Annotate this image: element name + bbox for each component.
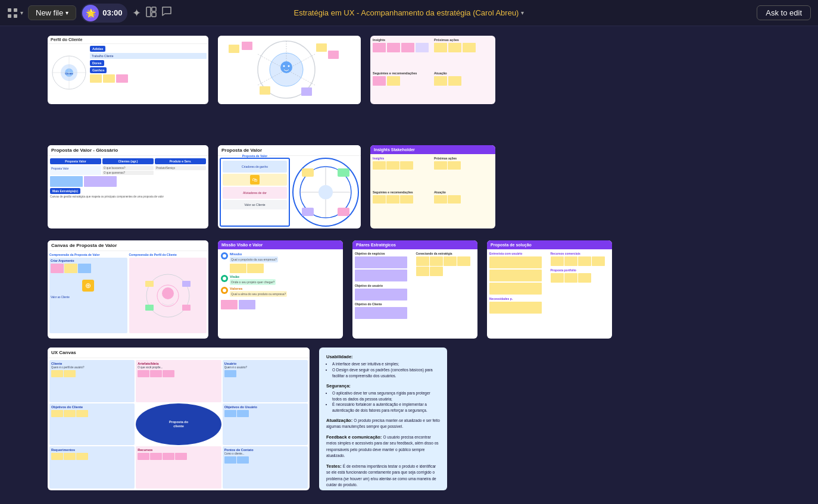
sticky bbox=[457, 256, 470, 266]
ux-label-pontos-contato: Pontos de Contato bbox=[224, 448, 306, 452]
glossario-content: Proposta Valor Clientes (agr.) Produto e… bbox=[48, 156, 208, 201]
pilares-conectando-stickies bbox=[416, 256, 476, 276]
pv-section-1: Criadores de ganho bbox=[223, 161, 287, 173]
svg-point-17 bbox=[288, 65, 290, 67]
sticky bbox=[51, 453, 63, 460]
stickies-insights-3 bbox=[373, 76, 432, 86]
sticky bbox=[430, 267, 443, 276]
stakeholder-label-proximas: Próximas ações bbox=[434, 156, 493, 160]
pilares-right: Conectando da estratégia bbox=[416, 252, 476, 332]
frame-title-insights-stakeholder: Insights Stakeholder bbox=[370, 145, 495, 154]
insights-1-content: Insights Próximas ações bbox=[370, 36, 495, 104]
canvas-pv-left: Compreensão da Proposta de Valor Criar A… bbox=[49, 253, 127, 337]
sticky-3 bbox=[116, 74, 128, 83]
pilares-label-conectando: Conectando da estratégia bbox=[416, 252, 476, 255]
canvas-pv-left-content: Criar Argumento ⊕ Valor ao Cliente bbox=[49, 258, 127, 333]
svg-rect-36 bbox=[338, 168, 349, 177]
missao-text-area: Missão Qual o propósito da sua empresa? bbox=[230, 252, 278, 273]
sticky bbox=[448, 43, 461, 52]
canvas-pv-content: Compreensão da Proposta de Valor Criar A… bbox=[48, 251, 208, 339]
svg-point-48 bbox=[223, 254, 226, 258]
insights-col-3: Seguintes e recomendações bbox=[373, 71, 432, 102]
sticky bbox=[51, 264, 64, 273]
frame-proposta-glossario: Proposta de Valor - Glossário Proposta V… bbox=[48, 145, 208, 228]
sticky bbox=[592, 256, 605, 266]
proposta-left-box: Proposta de Valor Criadores de ganho 🛍 A… bbox=[220, 158, 290, 227]
layout-icon[interactable] bbox=[146, 7, 157, 20]
ux-stickies-pontos bbox=[224, 456, 306, 464]
svg-point-34 bbox=[319, 185, 333, 199]
sticky-1 bbox=[90, 74, 102, 83]
pilares-label-objetivo2: Objetivo do usuário bbox=[355, 284, 414, 287]
svg-rect-0 bbox=[8, 8, 11, 12]
new-file-button[interactable]: New file ▾ bbox=[28, 5, 76, 20]
solucao-left-stickies bbox=[489, 256, 549, 295]
svg-rect-4 bbox=[146, 7, 151, 17]
ux-stickies-usuario bbox=[224, 370, 306, 377]
ux-label-usuario: Usuário bbox=[224, 362, 306, 365]
seguranca-item-2: É necessário fortalecer a autenticação e… bbox=[332, 402, 440, 414]
stickies-insights-2 bbox=[434, 43, 493, 52]
page-title[interactable]: Estratégia em UX - Acompanhamento da est… bbox=[294, 8, 524, 17]
ux-label-obj-usuario: Objetivos do Usuário bbox=[224, 405, 306, 409]
seguranca-item-1: O aplicativo deve ter uma segurança rígi… bbox=[332, 390, 440, 402]
sticky bbox=[386, 161, 399, 170]
visao-desc: Onde o seu projeto quer chegar? bbox=[230, 279, 276, 285]
sticky bbox=[150, 453, 162, 460]
avatar: 🌟 bbox=[82, 5, 99, 21]
sparkle-icon[interactable]: ✦ bbox=[132, 7, 141, 20]
sticky bbox=[448, 76, 461, 86]
glossario-bottom-stickies bbox=[50, 176, 206, 187]
topbar-center: Estratégia em UX - Acompanhamento da est… bbox=[211, 8, 608, 17]
usabilidade-item-1: A interface deve ser intuitiva e simples… bbox=[332, 361, 440, 367]
sticky bbox=[551, 256, 564, 266]
frame-title-ux-canvas: UX Canvas bbox=[48, 348, 310, 358]
ganhos-label: Ganhos bbox=[90, 67, 107, 73]
frame-title-perfil: Perfil do Cliente bbox=[48, 36, 208, 44]
sticky bbox=[434, 43, 447, 52]
frame-missao-visao: Missão Visão e Valor Missão Qual o propó… bbox=[218, 240, 343, 339]
glossario-text: Produto/Serviço bbox=[155, 166, 206, 170]
svg-rect-35 bbox=[302, 168, 314, 177]
sticky bbox=[224, 456, 236, 464]
chat-icon[interactable] bbox=[161, 6, 172, 20]
ux-canvas-grid: Cliente Quem é o perfil de usuário? Arte… bbox=[48, 358, 310, 490]
insights-label-4: Atuação bbox=[434, 71, 493, 75]
frame-perfil-cliente: Perfil do Cliente Cliente bbox=[48, 36, 208, 104]
valores-text-area: Valores Qual a alma do seu produto ou em… bbox=[230, 287, 287, 297]
grid-apps-icon[interactable]: ▾ bbox=[7, 8, 23, 18]
missao-stickies-bottom bbox=[221, 300, 340, 309]
sticky bbox=[239, 300, 255, 309]
frame-title-proposta-valor: Proposta de Valor bbox=[218, 145, 361, 156]
page-title-text: Estratégia em UX - Acompanhamento da est… bbox=[294, 8, 519, 17]
svg-rect-20 bbox=[316, 43, 327, 52]
sticky bbox=[163, 453, 174, 460]
missao-item: Missão Qual o propósito da sua empresa? bbox=[221, 252, 340, 273]
sticky bbox=[401, 43, 414, 52]
ask-to-edit-button[interactable]: Ask to edit bbox=[757, 5, 811, 20]
proposta-solucao-content: Entrevista com usuário Necessidades p. R… bbox=[487, 249, 612, 334]
glossario-headers: Proposta Valor Clientes (agr.) Produto e… bbox=[50, 158, 206, 164]
ux-stickies-req bbox=[51, 453, 133, 460]
missao-content: Missão Qual o propósito da sua empresa? … bbox=[218, 249, 343, 334]
canvas-label-compreensao-proposta: Compreensão da Proposta de Valor bbox=[49, 253, 127, 256]
sticky bbox=[416, 43, 429, 52]
ux-cell-obj-usuario: Objetivos do Usuário bbox=[223, 403, 308, 446]
glossario-stickies: O que buscamos? O que queremos? bbox=[102, 166, 154, 175]
insights-label-3: Seguintes e recomendações bbox=[373, 71, 432, 75]
sticky bbox=[463, 43, 476, 52]
svg-text:🛍: 🛍 bbox=[252, 177, 257, 183]
proposta-right-circle bbox=[292, 158, 359, 227]
frame-insights-stakeholder: Insights Stakeholder Insights Próximas a… bbox=[370, 145, 495, 228]
testes-body: É de extrema importância testar o produt… bbox=[326, 464, 436, 487]
visao-item: Visão Onde o seu projeto quer chegar? bbox=[221, 275, 340, 285]
stakeholder-col-4: Atuação bbox=[434, 190, 493, 222]
grid-apps-chevron[interactable]: ▾ bbox=[20, 10, 23, 16]
frame-title-missao: Missão Visão e Valor bbox=[218, 240, 343, 249]
svg-rect-44 bbox=[145, 281, 154, 287]
stickies-pv-l bbox=[51, 264, 126, 273]
label-recursos-comercias: Recursos comerciais bbox=[551, 252, 610, 255]
stakeholder-label-atuacao: Atuação bbox=[434, 190, 493, 194]
svg-point-50 bbox=[223, 289, 226, 292]
text-title-feedback: Feedback e comunicação: bbox=[326, 434, 383, 440]
